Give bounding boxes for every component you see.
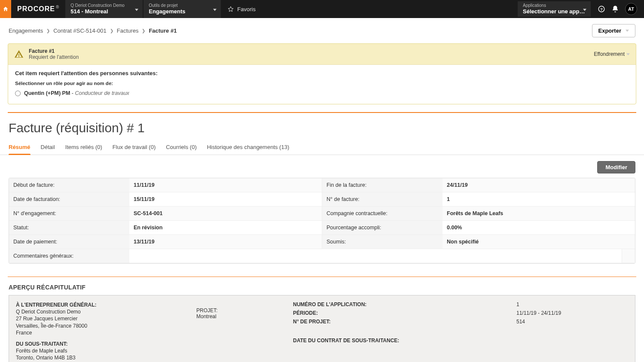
recap-label: PROJET: (196, 307, 280, 313)
field-value: Non spécifié (443, 235, 635, 249)
home-icon (3, 6, 9, 12)
subheader: Engagements ❯ Contrat #SC-514-001 ❯ Fact… (0, 18, 644, 43)
chevron-right-icon: ❯ (110, 28, 113, 33)
apps-selector[interactable]: Applications Sélectionner une applicati.… (518, 1, 591, 17)
export-button[interactable]: Exporter (592, 24, 635, 37)
tab-emails[interactable]: Courriels (0) (166, 141, 197, 155)
recap-label: DU SOUS-TRAITANT: (16, 341, 183, 347)
field-label: Date de facturation: (9, 192, 129, 206)
chevron-down-icon (626, 53, 630, 55)
breadcrumb-link[interactable]: Contrat #SC-514-001 (53, 27, 107, 34)
chevron-down-icon (213, 9, 217, 11)
breadcrumb-current: Facture #1 (149, 27, 177, 34)
field-label: Fin de la facture: (322, 178, 443, 192)
logo: PROCORE® (11, 0, 65, 18)
banner-subtitle: Requiert de l'attention (29, 54, 79, 60)
banner-collapse-label: Effondrement (594, 51, 625, 57)
chevron-right-icon: ❯ (46, 28, 50, 33)
recap-line: Versailles, Île-de-France 78000 (16, 322, 183, 329)
divider (8, 277, 636, 277)
page-title: Facture (réquisition) # 1 (0, 113, 644, 141)
tab-change-history[interactable]: Historique des changements (13) (207, 141, 290, 155)
chevron-down-icon (135, 9, 138, 11)
recap-line: France (16, 329, 183, 336)
role-option[interactable]: Quentin (+PM) PM - Conducteur de travaux (15, 90, 629, 96)
field-value: 1 (443, 192, 635, 206)
recap-value: Montreal (196, 313, 280, 319)
apps-selector-value: Sélectionner une applicati... (523, 8, 586, 15)
bell-icon[interactable] (611, 5, 619, 13)
field-label: N° de facture: (322, 192, 443, 206)
recap-box: À L'ENTREPRENEUR GÉNÉRAL: Q Deriot Const… (9, 295, 635, 362)
tab-resume[interactable]: Résumé (9, 141, 31, 155)
recap-line: Forêts de Maple Leafs (16, 347, 183, 354)
tabs: Résumé Détail Items reliés (0) Flux de t… (0, 141, 644, 155)
project-selector-value: 514 - Montreal (70, 8, 137, 15)
warning-icon (14, 49, 24, 59)
svg-text:?: ? (600, 7, 603, 12)
tab-detail[interactable]: Détail (41, 141, 55, 155)
recap-line: Q Deriot Construction Demo (16, 308, 183, 315)
apps-selector-label: Applications (523, 3, 586, 8)
field-label: Soumis: (322, 235, 443, 249)
field-label: Commentaires généraux: (9, 249, 129, 263)
chevron-down-icon (583, 9, 586, 11)
field-label: Début de facture: (9, 178, 129, 192)
recap-label: DATE DU CONTRAT DE SOUS-TRAITANCE: (293, 338, 399, 344)
tool-selector-value: Engagements (149, 8, 216, 15)
chevron-down-icon (626, 30, 629, 32)
field-value: En révision (129, 221, 322, 234)
field-label: Date de paiement: (9, 235, 129, 249)
recap-line: 27 Rue Jacques Lemercier (16, 315, 183, 322)
banner-title: Facture #1 (29, 48, 79, 54)
summary-table: Début de facture:11/11/19 Fin de la fact… (9, 178, 635, 264)
field-value: 11/11/19 (129, 178, 322, 192)
role-radio[interactable] (15, 91, 21, 96)
field-label: Compagnie contractuelle: (322, 207, 443, 220)
breadcrumb-link[interactable]: Engagements (9, 27, 43, 34)
chevron-right-icon: ❯ (142, 28, 145, 33)
recap-label: PÉRIODE: (293, 310, 318, 316)
role-name: Quentin (+PM) PM (24, 90, 70, 96)
field-label: Statut: (9, 221, 129, 234)
tool-selector-label: Outils de projet (149, 3, 216, 8)
field-value: 24/11/19 (443, 178, 635, 192)
modify-button[interactable]: Modifier (597, 161, 635, 173)
field-label: Pourcentage accompli: (322, 221, 443, 234)
project-selector[interactable]: Q Deriot Construction Demo 514 - Montrea… (65, 0, 143, 18)
field-value: SC-514-001 (129, 207, 322, 220)
home-button[interactable] (0, 0, 11, 18)
field-value (129, 249, 622, 263)
field-value: Forêts de Maple Leafs (443, 207, 635, 220)
recap-value: 1 (516, 301, 628, 307)
tool-selector[interactable]: Outils de projet Engagements (143, 0, 221, 18)
recap-line: Toronto, Ontario M4B 1B3 (16, 354, 183, 361)
recap-label: N° DE PROJET: (293, 319, 330, 325)
favorites-button[interactable]: Favoris (222, 0, 262, 18)
field-value: 0.00% (443, 221, 635, 234)
field-value: 13/11/19 (129, 235, 322, 249)
breadcrumb: Engagements ❯ Contrat #SC-514-001 ❯ Fact… (9, 27, 177, 34)
tab-workflow[interactable]: Flux de travail (0) (113, 141, 156, 155)
breadcrumb-link[interactable]: Factures (117, 27, 139, 34)
banner-collapse-toggle[interactable]: Effondrement (594, 51, 630, 57)
avatar[interactable]: AT (625, 3, 637, 15)
recap-label: À L'ENTREPRENEUR GÉNÉRAL: (16, 301, 183, 308)
tab-related-items[interactable]: Items reliés (0) (65, 141, 102, 155)
recap-label: NUMÉRO DE L'APPLICATION: (293, 301, 366, 307)
export-button-label: Exporter (598, 27, 621, 34)
avatar-initials: AT (628, 6, 634, 12)
topbar: PROCORE® Q Deriot Construction Demo 514 … (0, 0, 644, 18)
attention-banner: Facture #1 Requiert de l'attention Effon… (8, 43, 636, 104)
role-select-label: Sélectionner un rôle pour agir au nom de… (15, 81, 629, 86)
project-selector-label: Q Deriot Construction Demo (70, 3, 137, 8)
star-icon (228, 6, 234, 12)
recap-value: 11/11/19 - 24/11/19 (516, 310, 628, 316)
logo-text: PROCORE® (17, 5, 59, 13)
attention-heading: Cet item requiert l'attention des person… (15, 70, 629, 76)
help-icon[interactable]: ? (598, 5, 605, 13)
field-value: 15/11/19 (129, 192, 322, 206)
field-label: N° d'engagement: (9, 207, 129, 220)
favorites-label: Favoris (237, 6, 256, 12)
recap-heading: APERÇU RÉCAPITULATIF (0, 284, 644, 295)
